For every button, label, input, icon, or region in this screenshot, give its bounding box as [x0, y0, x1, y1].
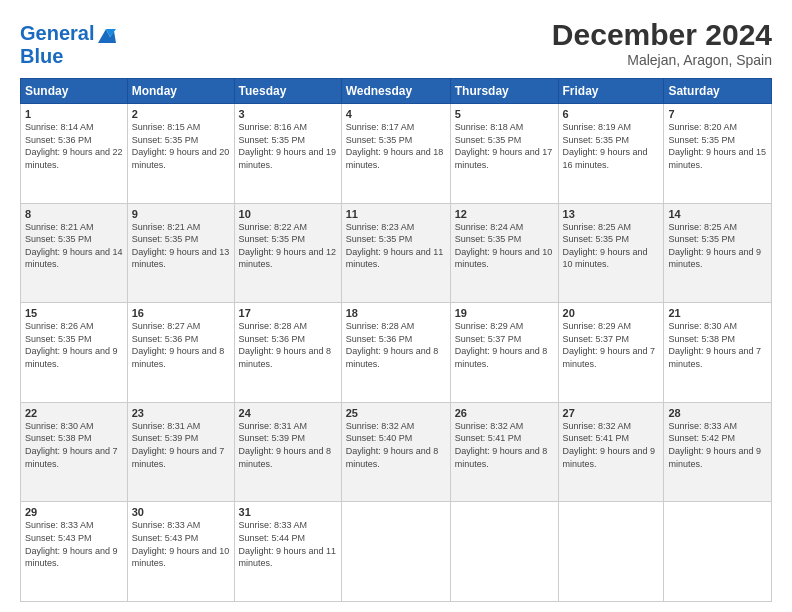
header-tuesday: Tuesday [234, 79, 341, 104]
day-number: 6 [563, 108, 660, 120]
day-number: 23 [132, 407, 230, 419]
day-number: 21 [668, 307, 767, 319]
day-info: Sunrise: 8:33 AM Sunset: 5:43 PM Dayligh… [25, 519, 123, 569]
logo-bird-icon [96, 25, 118, 45]
table-row: 15 Sunrise: 8:26 AM Sunset: 5:35 PM Dayl… [21, 303, 128, 403]
calendar-week-row: 1 Sunrise: 8:14 AM Sunset: 5:36 PM Dayli… [21, 104, 772, 204]
table-row: 23 Sunrise: 8:31 AM Sunset: 5:39 PM Dayl… [127, 402, 234, 502]
day-number: 8 [25, 208, 123, 220]
day-info: Sunrise: 8:30 AM Sunset: 5:38 PM Dayligh… [668, 320, 767, 370]
day-number: 15 [25, 307, 123, 319]
table-row: 30 Sunrise: 8:33 AM Sunset: 5:43 PM Dayl… [127, 502, 234, 602]
logo-general: General [20, 22, 94, 44]
logo-text: General [20, 22, 118, 45]
day-info: Sunrise: 8:26 AM Sunset: 5:35 PM Dayligh… [25, 320, 123, 370]
table-row: 31 Sunrise: 8:33 AM Sunset: 5:44 PM Dayl… [234, 502, 341, 602]
day-info: Sunrise: 8:14 AM Sunset: 5:36 PM Dayligh… [25, 121, 123, 171]
day-info: Sunrise: 8:33 AM Sunset: 5:44 PM Dayligh… [239, 519, 337, 569]
day-info: Sunrise: 8:24 AM Sunset: 5:35 PM Dayligh… [455, 221, 554, 271]
day-number: 9 [132, 208, 230, 220]
day-number: 11 [346, 208, 446, 220]
table-row: 3 Sunrise: 8:16 AM Sunset: 5:35 PM Dayli… [234, 104, 341, 204]
day-info: Sunrise: 8:25 AM Sunset: 5:35 PM Dayligh… [668, 221, 767, 271]
title-block: December 2024 Malejan, Aragon, Spain [552, 18, 772, 68]
day-number: 10 [239, 208, 337, 220]
table-row: 5 Sunrise: 8:18 AM Sunset: 5:35 PM Dayli… [450, 104, 558, 204]
table-row: 21 Sunrise: 8:30 AM Sunset: 5:38 PM Dayl… [664, 303, 772, 403]
day-number: 29 [25, 506, 123, 518]
logo-blue: Blue [20, 45, 118, 67]
day-info: Sunrise: 8:30 AM Sunset: 5:38 PM Dayligh… [25, 420, 123, 470]
day-info: Sunrise: 8:28 AM Sunset: 5:36 PM Dayligh… [346, 320, 446, 370]
table-row: 28 Sunrise: 8:33 AM Sunset: 5:42 PM Dayl… [664, 402, 772, 502]
day-info: Sunrise: 8:32 AM Sunset: 5:41 PM Dayligh… [455, 420, 554, 470]
table-row: 9 Sunrise: 8:21 AM Sunset: 5:35 PM Dayli… [127, 203, 234, 303]
day-number: 30 [132, 506, 230, 518]
day-number: 25 [346, 407, 446, 419]
table-row: 2 Sunrise: 8:15 AM Sunset: 5:35 PM Dayli… [127, 104, 234, 204]
day-info: Sunrise: 8:22 AM Sunset: 5:35 PM Dayligh… [239, 221, 337, 271]
location: Malejan, Aragon, Spain [552, 52, 772, 68]
calendar-table: Sunday Monday Tuesday Wednesday Thursday… [20, 78, 772, 602]
page: General Blue December 2024 Malejan, Arag… [0, 0, 792, 612]
table-row: 6 Sunrise: 8:19 AM Sunset: 5:35 PM Dayli… [558, 104, 664, 204]
day-info: Sunrise: 8:27 AM Sunset: 5:36 PM Dayligh… [132, 320, 230, 370]
day-number: 26 [455, 407, 554, 419]
day-info: Sunrise: 8:21 AM Sunset: 5:35 PM Dayligh… [25, 221, 123, 271]
day-info: Sunrise: 8:28 AM Sunset: 5:36 PM Dayligh… [239, 320, 337, 370]
table-row: 25 Sunrise: 8:32 AM Sunset: 5:40 PM Dayl… [341, 402, 450, 502]
day-info: Sunrise: 8:31 AM Sunset: 5:39 PM Dayligh… [132, 420, 230, 470]
table-row: 14 Sunrise: 8:25 AM Sunset: 5:35 PM Dayl… [664, 203, 772, 303]
day-info: Sunrise: 8:25 AM Sunset: 5:35 PM Dayligh… [563, 221, 660, 271]
table-row: 17 Sunrise: 8:28 AM Sunset: 5:36 PM Dayl… [234, 303, 341, 403]
table-row: 27 Sunrise: 8:32 AM Sunset: 5:41 PM Dayl… [558, 402, 664, 502]
day-number: 31 [239, 506, 337, 518]
day-number: 13 [563, 208, 660, 220]
table-row [341, 502, 450, 602]
table-row: 7 Sunrise: 8:20 AM Sunset: 5:35 PM Dayli… [664, 104, 772, 204]
table-row [450, 502, 558, 602]
day-info: Sunrise: 8:29 AM Sunset: 5:37 PM Dayligh… [563, 320, 660, 370]
day-number: 24 [239, 407, 337, 419]
day-info: Sunrise: 8:15 AM Sunset: 5:35 PM Dayligh… [132, 121, 230, 171]
day-number: 1 [25, 108, 123, 120]
table-row: 22 Sunrise: 8:30 AM Sunset: 5:38 PM Dayl… [21, 402, 128, 502]
day-info: Sunrise: 8:31 AM Sunset: 5:39 PM Dayligh… [239, 420, 337, 470]
day-number: 16 [132, 307, 230, 319]
day-info: Sunrise: 8:23 AM Sunset: 5:35 PM Dayligh… [346, 221, 446, 271]
table-row: 24 Sunrise: 8:31 AM Sunset: 5:39 PM Dayl… [234, 402, 341, 502]
header: General Blue December 2024 Malejan, Arag… [20, 18, 772, 68]
table-row: 10 Sunrise: 8:22 AM Sunset: 5:35 PM Dayl… [234, 203, 341, 303]
table-row: 13 Sunrise: 8:25 AM Sunset: 5:35 PM Dayl… [558, 203, 664, 303]
calendar-week-row: 29 Sunrise: 8:33 AM Sunset: 5:43 PM Dayl… [21, 502, 772, 602]
day-number: 12 [455, 208, 554, 220]
table-row: 19 Sunrise: 8:29 AM Sunset: 5:37 PM Dayl… [450, 303, 558, 403]
header-friday: Friday [558, 79, 664, 104]
header-sunday: Sunday [21, 79, 128, 104]
table-row [558, 502, 664, 602]
day-info: Sunrise: 8:17 AM Sunset: 5:35 PM Dayligh… [346, 121, 446, 171]
table-row: 26 Sunrise: 8:32 AM Sunset: 5:41 PM Dayl… [450, 402, 558, 502]
day-number: 20 [563, 307, 660, 319]
day-info: Sunrise: 8:21 AM Sunset: 5:35 PM Dayligh… [132, 221, 230, 271]
day-number: 19 [455, 307, 554, 319]
header-wednesday: Wednesday [341, 79, 450, 104]
calendar-header-row: Sunday Monday Tuesday Wednesday Thursday… [21, 79, 772, 104]
day-info: Sunrise: 8:16 AM Sunset: 5:35 PM Dayligh… [239, 121, 337, 171]
table-row: 16 Sunrise: 8:27 AM Sunset: 5:36 PM Dayl… [127, 303, 234, 403]
calendar-week-row: 15 Sunrise: 8:26 AM Sunset: 5:35 PM Dayl… [21, 303, 772, 403]
header-monday: Monday [127, 79, 234, 104]
day-number: 5 [455, 108, 554, 120]
day-number: 27 [563, 407, 660, 419]
header-saturday: Saturday [664, 79, 772, 104]
day-number: 17 [239, 307, 337, 319]
day-info: Sunrise: 8:29 AM Sunset: 5:37 PM Dayligh… [455, 320, 554, 370]
table-row: 18 Sunrise: 8:28 AM Sunset: 5:36 PM Dayl… [341, 303, 450, 403]
day-info: Sunrise: 8:33 AM Sunset: 5:43 PM Dayligh… [132, 519, 230, 569]
table-row: 4 Sunrise: 8:17 AM Sunset: 5:35 PM Dayli… [341, 104, 450, 204]
table-row: 20 Sunrise: 8:29 AM Sunset: 5:37 PM Dayl… [558, 303, 664, 403]
day-number: 14 [668, 208, 767, 220]
table-row: 1 Sunrise: 8:14 AM Sunset: 5:36 PM Dayli… [21, 104, 128, 204]
table-row: 29 Sunrise: 8:33 AM Sunset: 5:43 PM Dayl… [21, 502, 128, 602]
header-thursday: Thursday [450, 79, 558, 104]
